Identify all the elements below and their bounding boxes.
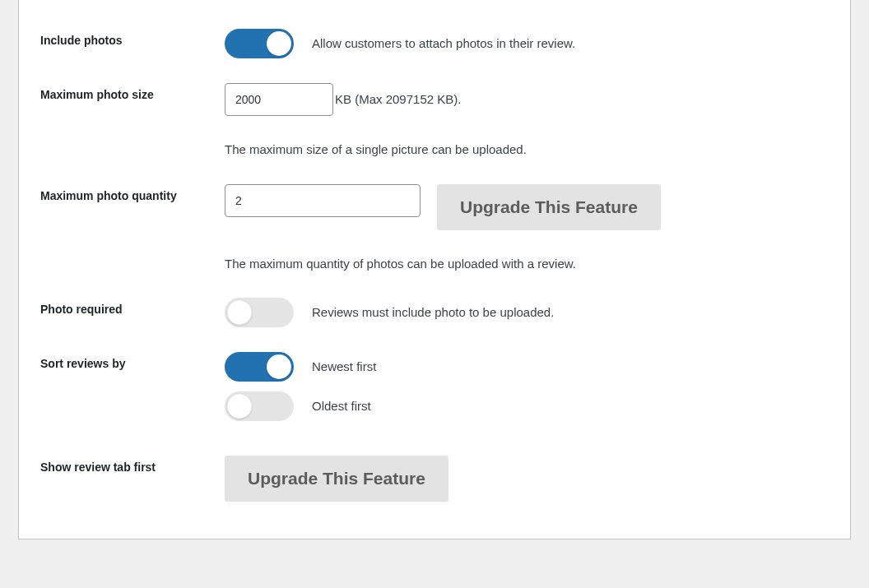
settings-form-table: Include photos Allow customers to attach… (19, 16, 850, 514)
max-photo-size-help: The maximum size of a single picture can… (225, 141, 825, 160)
toggle-knob (227, 300, 252, 325)
max-photo-qty-label: Maximum photo quantity (19, 172, 216, 286)
sort-newest-label: Newest first (312, 358, 376, 377)
show-review-tab-first-label: Show review tab first (19, 443, 216, 514)
max-photo-qty-input[interactable] (225, 184, 421, 217)
toggle-knob (227, 394, 252, 419)
max-photo-size-input[interactable] (225, 83, 333, 116)
photo-required-label: Photo required (19, 285, 216, 340)
include-photos-toggle[interactable] (225, 29, 294, 58)
max-photo-size-suffix: KB (Max 2097152 KB). (335, 90, 461, 109)
toggle-knob (267, 31, 291, 56)
settings-panel: Include photos Allow customers to attach… (18, 0, 851, 539)
include-photos-label: Include photos (19, 16, 216, 71)
upgrade-review-tab-button[interactable]: Upgrade This Feature (225, 456, 448, 502)
photo-required-description: Reviews must include photo to be uploade… (312, 303, 554, 322)
include-photos-description: Allow customers to attach photos in thei… (312, 35, 575, 53)
upgrade-photo-qty-button[interactable]: Upgrade This Feature (437, 184, 661, 230)
max-photo-size-label: Maximum photo size (19, 71, 216, 172)
toggle-knob (267, 354, 291, 379)
sort-oldest-toggle[interactable] (225, 391, 294, 421)
max-photo-qty-help: The maximum quantity of photos can be up… (225, 255, 825, 274)
sort-oldest-label: Oldest first (312, 397, 371, 416)
sort-reviews-label: Sort reviews by (19, 340, 216, 443)
photo-required-toggle[interactable] (225, 298, 294, 327)
sort-newest-toggle[interactable] (225, 352, 294, 382)
